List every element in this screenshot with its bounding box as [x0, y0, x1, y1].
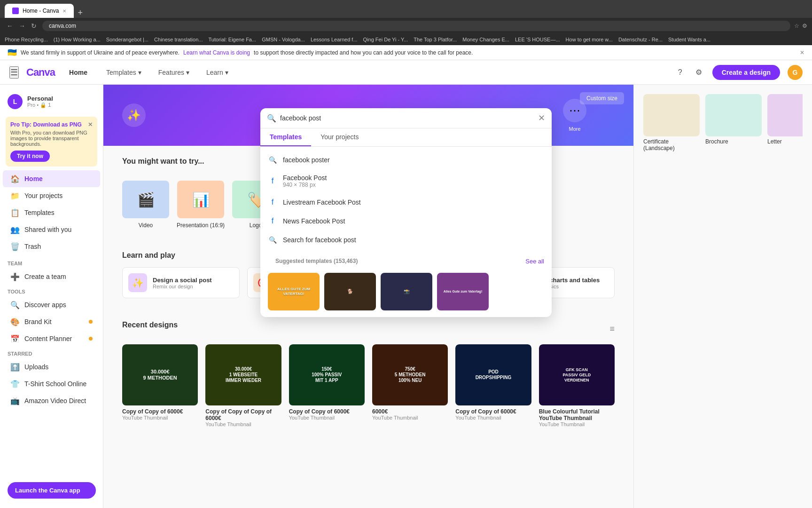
search-close-button[interactable]: ✕ — [538, 113, 545, 123]
nav-templates-label: Templates — [106, 69, 136, 76]
bookmark-11[interactable]: LEE 'S HOUSE—... — [515, 37, 560, 42]
list-view-button[interactable]: ≡ — [609, 324, 615, 334]
recent-type-1: YouTube Thumbnail — [205, 421, 281, 427]
sidebar-item-tshirt-school[interactable]: 👕 T-Shirt School Online — [3, 375, 100, 392]
sidebar-item-discover-apps[interactable]: 🔍 Discover apps — [3, 296, 100, 313]
recent-card-3[interactable]: 750€5 METHODEN100% NEU 6000€ YouTube Thu… — [372, 344, 448, 430]
sidebar-pro-tip: Pro Tip: Download as PNG ✕ With Pro, you… — [6, 117, 97, 167]
right-card-brochure[interactable]: Brochure — [705, 94, 762, 151]
sidebar-item-amazon-video[interactable]: 📺 Amazon Video Direct — [3, 392, 100, 409]
presentation-thumb-icon: 📊 — [192, 191, 210, 208]
active-tab[interactable]: Home - Canva ✕ — [5, 4, 74, 18]
ukraine-banner: 🇺🇦 We stand firmly in support of Ukraine… — [0, 45, 812, 60]
search-result-3[interactable]: f News Facebook Post — [260, 212, 552, 230]
bookmark-2[interactable]: (1) How Working a... — [54, 37, 101, 42]
bookmark-12[interactable]: How to get more w... — [566, 37, 613, 42]
search-tab-templates[interactable]: Templates — [260, 128, 311, 146]
pro-tip-close-button[interactable]: ✕ — [88, 121, 93, 128]
search-result-0[interactable]: 🔍 facebook poster — [260, 151, 552, 169]
search-result-2[interactable]: f Livestream Facebook Post — [260, 193, 552, 212]
bookmark-4[interactable]: Chinese translation... — [154, 37, 203, 42]
top-nav: ☰ Canva Home Templates ▾ Features ▾ Lear… — [0, 60, 812, 85]
bookmark-5[interactable]: Tutorial: Eigene Fa... — [208, 37, 256, 42]
ukraine-close-button[interactable]: ✕ — [800, 49, 804, 56]
recent-card-5[interactable]: GFK SCANPASSIV GELDVERDIENEN Blue Colour… — [539, 344, 615, 430]
recent-card-2[interactable]: 150€100% PASSIVMIT 1 APP Copy of Copy of… — [289, 344, 365, 430]
create-design-button[interactable]: Create a design — [712, 65, 780, 80]
nav-home-button[interactable]: Home — [62, 66, 94, 79]
chevron-down-icon-features: ▾ — [186, 69, 189, 76]
see-all-button[interactable]: See all — [525, 258, 544, 265]
ukraine-learn-link[interactable]: Learn what Canva is doing — [183, 49, 250, 56]
search-result-4[interactable]: 🔍 Search for facebook post — [260, 230, 552, 249]
nav-learn-button[interactable]: Learn ▾ — [202, 66, 233, 79]
learn-card-social[interactable]: ✨ Design a social post Remix our design — [122, 267, 240, 298]
sidebar-item-home[interactable]: 🏠 Home — [3, 170, 100, 187]
help-button[interactable]: ? — [675, 65, 685, 79]
refresh-button[interactable]: ↻ — [29, 21, 39, 31]
bookmark-9[interactable]: The Top 3 Platfor... — [414, 37, 457, 42]
search-result-1-sub: 940 × 788 px — [283, 182, 327, 188]
bookmark-6[interactable]: GMSN - Vologda... — [262, 37, 305, 42]
sidebar-item-trash[interactable]: 🗑️ Trash — [3, 238, 100, 255]
home-icon: 🏠 — [10, 174, 20, 183]
search-result-1-text: Facebook Post — [283, 174, 327, 182]
search-result-1[interactable]: f Facebook Post 940 × 788 px — [260, 169, 552, 193]
learn-card-social-info: Design a social post Remix our design — [153, 277, 212, 289]
sidebar-item-templates[interactable]: 📋 Templates — [3, 204, 100, 221]
bookmarks-bar: Phone Recycling... (1) How Working a... … — [0, 34, 812, 45]
recent-card-4[interactable]: PODDROPSHIPPING Copy of Copy of 6000€ Yo… — [455, 344, 531, 430]
search-input[interactable] — [280, 114, 534, 122]
bookmark-14[interactable]: Student Wants a... — [668, 37, 710, 42]
sidebar-item-content-planner[interactable]: 📅 Content Planner — [3, 330, 100, 347]
sidebar-item-brand-kit[interactable]: 🎨 Brand Kit — [3, 313, 100, 330]
presentation-label: Presentation (16:9) — [177, 222, 225, 229]
design-card-video[interactable]: 🎬 Video — [122, 181, 169, 229]
suggested-templates-row: ALLES GUTE ZUM VATERTAG! 🐕 📸 Alles Gute … — [260, 269, 552, 317]
sidebar-item-create-team[interactable]: ➕ Create a team — [3, 268, 100, 285]
sidebar-item-shared[interactable]: 👥 Shared with you — [3, 221, 100, 238]
bookmark-13[interactable]: Datenschutz - Re... — [618, 37, 663, 42]
forward-button[interactable]: → — [17, 21, 27, 31]
hamburger-menu-button[interactable]: ☰ — [9, 66, 19, 79]
recent-thumb-5: GFK SCANPASSIV GELDVERDIENEN — [539, 344, 615, 405]
try-it-now-button[interactable]: Try it now — [10, 151, 50, 162]
recent-type-3: YouTube Thumbnail — [372, 415, 448, 421]
suggested-template-2[interactable]: 📸 — [381, 273, 432, 310]
recent-card-1[interactable]: 30.000€1 WEBSEITEIMMER WIEDER Copy of Co… — [205, 344, 281, 430]
settings-button[interactable]: ⚙ — [693, 65, 705, 79]
right-card-letter[interactable]: Letter — [767, 94, 803, 151]
bookmark-8[interactable]: Qing Fei De Yi - Y... — [363, 37, 408, 42]
star-icon[interactable]: ☆ — [794, 23, 799, 29]
address-input[interactable] — [42, 21, 790, 31]
sidebar-item-uploads[interactable]: ⬆️ Uploads — [3, 358, 100, 375]
launch-canva-app-button[interactable]: Launch the Canva app — [8, 482, 96, 499]
suggested-template-0[interactable]: ALLES GUTE ZUM VATERTAG! — [268, 273, 320, 310]
new-tab-button[interactable]: + — [74, 8, 86, 18]
recent-card-0[interactable]: 30.000€9 METHODEN Copy of Copy of 6000€ … — [122, 344, 198, 430]
bookmark-1[interactable]: Phone Recycling... — [5, 37, 48, 42]
bookmark-7[interactable]: Lessons Learned f... — [311, 37, 358, 42]
sidebar-user[interactable]: L Personal Pro • 🔒 1 — [0, 90, 103, 113]
might-want-title: You might want to try... — [122, 157, 204, 166]
nav-templates-button[interactable]: Templates ▾ — [102, 66, 146, 79]
ukraine-flag-icon: 🇺🇦 — [8, 48, 17, 57]
tools-section-label: Tools — [0, 285, 103, 296]
suggested-template-3[interactable]: Alles Gute zum Vatertag! — [437, 273, 489, 310]
bookmark-3[interactable]: Sonderangebot |... — [106, 37, 148, 42]
thumb-text-5: GFK SCANPASSIV GELDVERDIENEN — [543, 367, 611, 382]
right-card-certificate[interactable]: Certificate (Landscape) — [643, 94, 700, 151]
extension-icon[interactable]: ⚙ — [802, 23, 807, 29]
custom-size-button[interactable]: Custom size — [580, 92, 624, 104]
recent-thumb-3: 750€5 METHODEN100% NEU — [372, 344, 448, 405]
search-tab-projects[interactable]: Your projects — [311, 128, 368, 146]
back-button[interactable]: ← — [5, 21, 15, 31]
search-result-4-icon: 🔍 — [268, 235, 277, 245]
suggested-template-1[interactable]: 🐕 — [324, 273, 376, 310]
design-card-presentation[interactable]: 📊 Presentation (16:9) — [177, 181, 225, 229]
tab-close-button[interactable]: ✕ — [62, 8, 66, 14]
bookmark-10[interactable]: Money Changes E... — [462, 37, 509, 42]
sidebar-item-projects[interactable]: 📁 Your projects — [3, 187, 100, 204]
user-avatar[interactable]: G — [788, 65, 803, 80]
nav-features-button[interactable]: Features ▾ — [154, 66, 194, 79]
